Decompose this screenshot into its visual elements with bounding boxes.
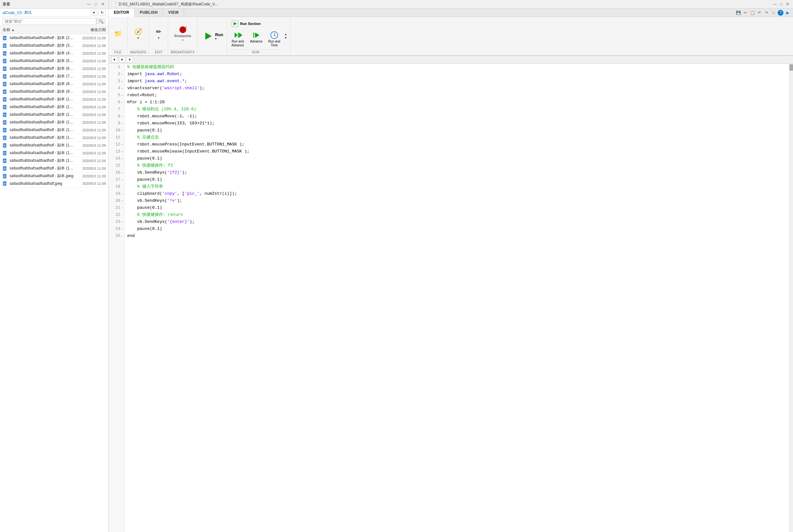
file-name-text: safasdfsafdsafsadfsadfsdf - 副本 (14).jpeg <box>9 127 74 133</box>
list-item[interactable]: safasdfsafdsafsadfsadfsdf - 副本 (5).jpeg … <box>0 57 108 65</box>
line-number: 10— <box>109 127 124 134</box>
file-btn[interactable]: 📁 <box>111 27 125 40</box>
code-line[interactable]: robot=Robot; <box>125 92 789 99</box>
nav-down-btn1[interactable]: ▾ <box>111 57 118 63</box>
toolbar-undo[interactable]: ↶ <box>757 10 762 16</box>
run-button[interactable]: Run ▾ <box>200 29 225 43</box>
code-line[interactable]: % 创建鼠标键盘模拟代码 <box>125 64 789 71</box>
list-item[interactable]: safasdfsafdsafsadfsadfsdf - 副本 (13).jpeg… <box>0 119 108 126</box>
minimize-btn-left[interactable]: — <box>86 1 92 7</box>
close-btn-left[interactable]: ✕ <box>100 1 106 7</box>
toolbar-play[interactable]: ▶ <box>785 10 790 16</box>
code-line[interactable]: vb.SendKeys('{f2}'); <box>125 169 789 176</box>
list-item[interactable]: safasdfsafdsafsadfsadfsdf - 副本 (11).jpeg… <box>0 103 108 111</box>
code-line[interactable]: robot.mouseMove(153, 103+21*i); <box>125 120 789 127</box>
tab-view[interactable]: VIEW <box>163 8 184 17</box>
breadcrumb-root[interactable]: alCode_V3 <box>3 11 21 15</box>
svg-rect-23 <box>3 69 6 69</box>
list-item[interactable]: safasdfsafdsafsadfsadfsdf - 副本 (14).jpeg… <box>0 126 108 134</box>
list-item[interactable]: safasdfsafdsafsadfsadfsdf - 副本 (6).jpeg … <box>0 65 108 73</box>
code-line[interactable]: pause(0.1) <box>125 176 789 183</box>
code-line[interactable]: robot.mouseMove(-1, -1); <box>125 113 789 120</box>
scrollbar-thumb[interactable] <box>790 64 793 71</box>
scrollbar-right[interactable] <box>789 64 793 532</box>
code-line[interactable]: import java.awt.event.*; <box>125 78 789 85</box>
code-area[interactable]: % 创建鼠标键盘模拟代码import java.awt.Robot;import… <box>125 64 789 532</box>
code-line[interactable]: vb.SendKeys('{enter}'); <box>125 218 789 225</box>
code-line[interactable]: clipboard('copy', ['pic_', num2str(i)]); <box>125 190 789 197</box>
toolbar-save[interactable]: 💾 <box>735 10 741 16</box>
list-item[interactable]: safasdfsafdsafsadfsadfsdf - 副本 (7).jpeg … <box>0 73 108 80</box>
breakpoints-icon <box>178 25 187 34</box>
code-line[interactable]: pause(0.1) <box>125 127 789 134</box>
title-bar: 📄 D:\01_MATLAB\01_MatlabCode\67_蔦模板\Real… <box>109 0 793 8</box>
run-and-advance-button[interactable]: Run andAdvance <box>229 29 247 49</box>
tab-publish[interactable]: PUBLISH <box>135 8 163 17</box>
list-item[interactable]: safasdfsafdsafsadfsadfsdf - 副本 (16).jpeg… <box>0 141 108 149</box>
navigate-btn[interactable]: 🧭 ▾ <box>132 25 145 41</box>
nav-down-btn3[interactable]: ▾ <box>127 57 133 63</box>
list-item[interactable]: safasdfsafdsafsadfsadfsdf - 副本 (19).jpeg… <box>0 165 108 172</box>
list-item[interactable]: safasdfsafdsafsadfsadfsdf - 副本 (4).jpeg … <box>0 50 108 57</box>
maximize-btn-left[interactable]: □ <box>93 1 99 7</box>
code-line[interactable]: pause(0.1) <box>125 225 789 232</box>
list-item[interactable]: safasdfsafdsafsadfsadfsdf - 副本 (18).jpeg… <box>0 157 108 165</box>
toolbar-copy[interactable]: 📋 <box>750 10 755 16</box>
code-line[interactable]: import java.awt.Robot; <box>125 71 789 78</box>
list-item[interactable]: safasdfsafdsafsadfsadfsdf - 副本 (15).jpeg… <box>0 134 108 141</box>
col-name-header[interactable]: 名称 ▲ <box>3 27 71 33</box>
advance-button[interactable]: Advance <box>248 29 265 49</box>
code-line[interactable]: % 移动到点 (295.4, 120.6) <box>125 106 789 113</box>
code-line[interactable]: robot.mouseRelease(InputEvent.BUTTON1_MA… <box>125 148 789 155</box>
minimize-btn-right[interactable]: — <box>772 1 778 7</box>
svg-rect-43 <box>3 99 6 100</box>
tab-editor[interactable]: EDITOR <box>109 8 135 17</box>
close-btn-right[interactable]: ✕ <box>785 1 790 7</box>
code-line[interactable]: pause(0.1) <box>125 204 789 211</box>
code-line[interactable]: % 键入字符串 <box>125 183 789 190</box>
svg-rect-18 <box>3 61 6 61</box>
code-line[interactable]: vb.SendKeys('^v'); <box>125 197 789 204</box>
nav-down-btn2[interactable]: ▾ <box>119 57 125 63</box>
col-date-header[interactable]: 修改日期 <box>71 27 106 33</box>
file-name-text: safasdfsafdsafsadfsadfsdf - 副本 (19).jpeg <box>9 166 74 171</box>
code-line[interactable]: vb=actxserver('wscript.shell'); <box>125 85 789 92</box>
code-line[interactable]: robot.mousePress(InputEvent.BUTTON1_MASK… <box>125 141 789 148</box>
list-item[interactable]: safasdfsafdsafsadfsadfsdf - 副本 (3).jpeg … <box>0 42 108 50</box>
file-date-text: 2020/5/3 11:09 <box>74 182 106 186</box>
list-item[interactable]: safasdfsafdsafsadfsadfsdf - 副本 (17).jpeg… <box>0 149 108 157</box>
search-button[interactable]: 🔍 <box>96 18 106 25</box>
toolbar-cut[interactable]: ✂ <box>742 10 748 16</box>
list-item[interactable]: safasdfsafdsafsadfsadfsdf - 副本 (10).jpeg… <box>0 96 108 103</box>
breakpoints-btn[interactable]: Breakpoints▾ <box>172 24 193 43</box>
toolbar-help[interactable]: ? <box>778 10 784 16</box>
list-item[interactable]: safasdfsafdsafsadfsadfsdf - 副本 (8).jpeg … <box>0 80 108 88</box>
list-item[interactable]: safasdfsafdsafsadfsadfsdf - 副本 (12).jpeg… <box>0 111 108 119</box>
code-line[interactable]: ⊟for i = 1:1:20 <box>125 99 789 106</box>
search-input[interactable] <box>3 18 96 25</box>
code-line[interactable]: end <box>125 232 789 240</box>
scroll-up-icon[interactable]: ▲ <box>285 33 287 36</box>
code-line[interactable]: % 左键点击 <box>125 134 789 141</box>
run-time-label: Run andTime <box>268 40 280 47</box>
toolbar-redo[interactable]: ↷ <box>763 10 769 16</box>
code-line[interactable]: % 快捷键操作: f2 <box>125 162 789 169</box>
list-item[interactable]: safasdfsafdsafsadfsadfsdf - 副本.jpeg 2020… <box>0 172 108 180</box>
code-line[interactable]: pause(0.1) <box>125 155 789 162</box>
maximize-btn-right[interactable]: □ <box>778 1 784 7</box>
list-item[interactable]: safasdfsafdsafsadfsadfsdf.jpeg 2020/5/3 … <box>0 180 108 187</box>
toolbar-window[interactable]: □ <box>771 10 776 16</box>
line-number: 9— <box>109 120 124 127</box>
breadcrumb-current[interactable]: 测试 <box>24 10 32 15</box>
scroll-down-icon[interactable]: ▼ <box>285 36 287 39</box>
list-item[interactable]: safasdfsafdsafsadfsadfsdf - 副本 (9).jpeg … <box>0 88 108 96</box>
edit-btn[interactable]: ✏ ▾ <box>152 25 165 41</box>
refresh-btn[interactable]: ↻ <box>98 10 106 16</box>
run-section-button[interactable]: Run Section <box>229 18 283 29</box>
code-line[interactable]: % 快捷键操作: return <box>125 211 789 218</box>
edit-group-label: EDIT <box>152 50 165 54</box>
list-item[interactable]: safasdfsafdsafsadfsadfsdf - 副本 (2).jpeg … <box>0 34 108 42</box>
file-icon-btn: 📁 <box>114 29 122 38</box>
dropdown-btn[interactable]: ▾ <box>91 10 97 16</box>
run-and-time-button[interactable]: Run andTime <box>266 29 283 49</box>
